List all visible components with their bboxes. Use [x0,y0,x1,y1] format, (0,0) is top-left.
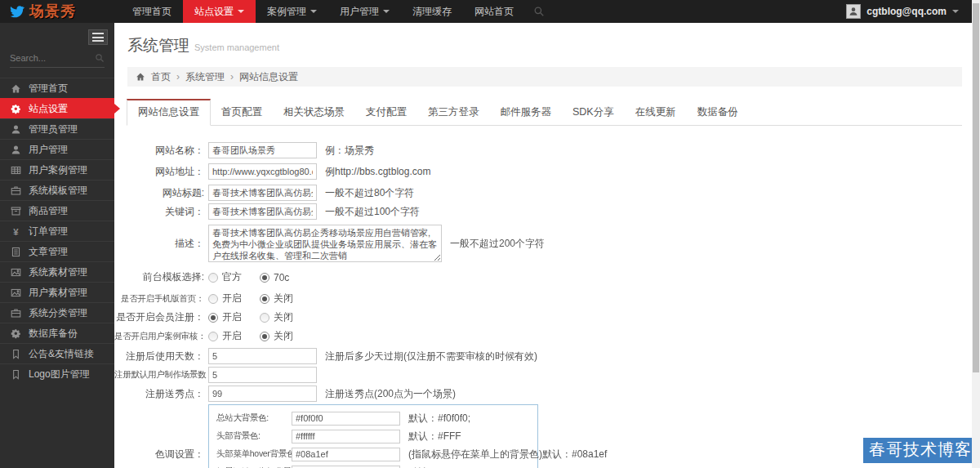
site-title-input[interactable] [208,185,317,201]
breadcrumb-site-info: 网站信息设置 [239,70,298,84]
bookmark-icon [11,369,21,380]
mobile-home-on-radio[interactable]: 开启 [208,292,242,305]
tab-third-party-login[interactable]: 第三方登录 [417,100,490,125]
tab-related-scenes[interactable]: 相关状态场景 [273,100,355,125]
color-settings-box: 总站大背景色: 默认：#f0f0f0; 头部背景色: 默认：#FFF 头部菜单h… [208,404,538,468]
site-name-label: 网站名称： [114,144,208,158]
scrollbar-thumb[interactable] [973,3,979,372]
site-info-form: 网站名称： 例：场景秀 网站地址： 例http://bbs.cgtblog.co… [114,126,980,468]
nav-item-case-manage[interactable]: 案例管理 [256,0,328,23]
user-menu[interactable]: cgtblog@qq.com [846,4,959,19]
navbar-search-button[interactable] [533,6,545,17]
box-icon [11,206,21,216]
site-url-input[interactable] [208,163,317,180]
bird-logo-icon [8,4,26,19]
search-icon [95,53,105,63]
site-bg-color-input[interactable] [292,412,400,426]
watermark: 春哥技术博客 [863,438,978,463]
home-icon [11,83,21,94]
sidebar-item-user-manage[interactable]: 用户管理 [0,139,114,159]
sidebar-item-announcement-links[interactable]: 公告&友情链接 [0,343,114,363]
description-textarea[interactable]: 春哥技术博客团队高仿易企秀移动场景应用自营销管家,免费为中小微企业或团队提供业务… [208,225,442,262]
sidebar-item-logo-image[interactable]: Logo图片管理 [0,363,114,384]
default-scenes-input[interactable] [208,367,317,383]
radio-icon[interactable] [208,332,218,341]
radio-icon[interactable] [260,313,270,323]
header-bg-color-hint: 默认：#FFF [408,430,461,443]
sidebar-item-user-case-manage[interactable]: 用户案例管理 [0,159,114,180]
radio-icon[interactable] [260,273,270,283]
keywords-hint: 一般不超过100个字符 [325,205,420,219]
top-navbar: 场景秀 管理首页 站点设置 案例管理 用户管理 清理缓存 网站首页 cgtblo… [0,0,980,23]
sidebar: Search... 管理首页 站点设置 管理员管理 用户管理 用户案例管理 系统… [0,23,114,468]
breadcrumb-separator: › [230,71,234,82]
member-reg-off-radio[interactable]: 关闭 [260,310,293,324]
tab-sdk-share[interactable]: SDK分享 [562,100,625,125]
gears-icon [11,104,21,114]
document-icon [11,247,21,257]
radio-icon[interactable] [208,273,218,283]
mobile-home-label: 是否开启手机版首页： [114,293,208,305]
tab-online-update[interactable]: 在线更新 [625,100,687,125]
default-scenes-label: 注册默认用户制作场景数： [114,369,208,381]
nav-item-user-manage[interactable]: 用户管理 [328,0,401,23]
member-reg-on-radio[interactable]: 开启 [208,310,242,324]
chevron-down-icon [238,10,244,13]
template-70c-radio[interactable]: 70c [260,272,289,283]
mobile-home-off-radio[interactable]: 关闭 [260,292,293,305]
sidebar-item-order-manage[interactable]: 订单管理 [0,221,114,241]
case-audit-off-radio[interactable]: 关闭 [260,329,293,343]
sidebar-item-user-material[interactable]: 用户素材管理 [0,282,114,302]
app-logo[interactable]: 场景秀 [0,2,114,21]
sidebar-search-input[interactable]: Search... [10,53,105,68]
nav-item-admin-home[interactable]: 管理首页 [121,0,183,23]
keywords-input[interactable] [208,203,317,220]
sidebar-item-site-settings[interactable]: 站点设置 [0,98,114,118]
template-official-radio[interactable]: 官方 [208,270,242,284]
radio-icon[interactable] [260,294,270,304]
tab-home-config[interactable]: 首页配置 [211,100,273,125]
site-name-input[interactable] [208,142,317,158]
breadcrumb-home[interactable]: 首页 [151,70,171,84]
tab-site-info[interactable]: 网站信息设置 [127,99,211,126]
use-days-input[interactable] [208,348,317,364]
header-bg-color-input[interactable] [292,430,400,443]
avatar [846,4,861,19]
reg-points-input[interactable] [208,386,317,402]
user-icon [11,124,21,135]
keywords-label: 关键词： [114,205,208,219]
sidebar-item-system-material[interactable]: 系统素材管理 [0,261,114,282]
sidebar-item-product-manage[interactable]: 商品管理 [0,200,114,221]
radio-icon[interactable] [260,332,270,341]
case-audit-label: 是否开启用户案例审核： [114,331,208,342]
case-audit-on-radio[interactable]: 开启 [208,329,242,343]
nav-item-site-settings[interactable]: 站点设置 [183,0,256,23]
page-subtitle: System management [194,42,279,52]
designer-header-color-hint: 默认：#08a1ef [408,466,473,468]
sidebar-item-db-backup[interactable]: 数据库备份 [0,323,114,343]
nav-item-site-home[interactable]: 网站首页 [463,0,525,23]
radio-icon[interactable] [208,313,218,323]
page-scrollbar[interactable] [972,0,980,468]
sidebar-item-admin-home[interactable]: 管理首页 [0,78,114,98]
sidebar-item-system-category[interactable]: 系统分类管理 [0,302,114,323]
nav-item-clear-cache[interactable]: 清理缓存 [401,0,463,23]
chevron-down-icon [952,10,959,13]
main-content: 系统管理System management 首页 › 系统管理 › 网站信息设置… [114,23,980,468]
sidebar-collapse-button[interactable] [88,29,108,45]
sidebar-search-placeholder: Search... [10,53,95,63]
menu-hover-color-input[interactable] [292,448,400,461]
search-icon [533,6,545,17]
designer-header-color-input[interactable] [292,466,400,468]
sidebar-item-article-manage[interactable]: 文章管理 [0,241,114,261]
logo-text: 场景秀 [29,2,76,21]
yen-icon [11,226,21,237]
tab-payment-config[interactable]: 支付配置 [355,100,417,125]
tab-data-backup[interactable]: 数据备份 [687,100,749,125]
radio-icon[interactable] [208,294,218,304]
sidebar-item-admin-manage[interactable]: 管理员管理 [0,118,114,139]
menu-hover-color-hint: (指鼠标悬停在菜单上的背景色)默认：#08a1ef [408,448,607,461]
tab-mail-server[interactable]: 邮件服务器 [490,100,563,125]
breadcrumb-system-manage[interactable]: 系统管理 [185,70,225,84]
sidebar-item-system-template[interactable]: 系统模板管理 [0,180,114,200]
